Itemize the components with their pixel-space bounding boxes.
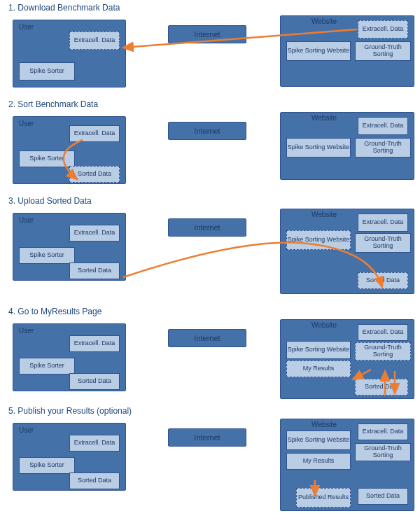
sorted-data: Sorted Data [69, 262, 120, 279]
extracell-data: Extracell. Data [358, 20, 408, 38]
spike-sorter: Spike Sorter [19, 457, 75, 474]
extracell-data: Extracell. Data [358, 424, 408, 440]
website-box: WebsiteExtracell. DataSpike Sorting Webs… [280, 15, 414, 87]
user-box: UserExtracell. DataSpike SorterSorted Da… [13, 213, 126, 281]
extracell-data: Extracell. Data [69, 225, 120, 241]
extracell-data: Extracell. Data [69, 335, 120, 352]
user-label: User [19, 327, 34, 335]
internet-box: Internet [168, 218, 246, 237]
ground-truth-sorting: Ground-Truth Sorting [355, 138, 411, 158]
extracell-data: Extracell. Data [69, 435, 120, 451]
user-box: UserExtracell. DataSpike SorterSorted Da… [13, 423, 126, 491]
internet-label: Internet [194, 127, 220, 135]
user-box: UserExtracell. DataSpike Sorter [13, 20, 126, 88]
sorted-data: Sorted Data [69, 472, 120, 489]
spike-sorting-website: Spike Sorting Website [286, 341, 351, 359]
spike-sorter: Spike Sorter [19, 150, 75, 167]
internet-box: Internet [168, 122, 246, 140]
website-box: WebsiteExtracell. DataSpike Sorting Webs… [280, 112, 414, 180]
ground-truth-sorting: Ground-Truth Sorting [355, 443, 411, 461]
sorted-data: Sorted Data [69, 166, 120, 183]
extracell-data: Extracell. Data [358, 214, 408, 232]
user-label: User [19, 216, 34, 224]
spike-sorter: Spike Sorter [19, 247, 75, 264]
internet-label: Internet [194, 223, 220, 232]
website-label: Website [312, 114, 337, 122]
internet-label: Internet [194, 334, 220, 342]
spike-sorter: Spike Sorter [19, 62, 75, 80]
spike-sorting-website: Spike Sorting Website [286, 138, 351, 158]
step-title: 5. Publish your Results (optional) [8, 406, 413, 416]
website-label: Website [312, 421, 337, 428]
step-title: 3. Upload Sorted Data [8, 196, 413, 206]
my-results: My Results [286, 453, 351, 470]
step-1: 1. Download Benchmark DataUserExtracell.… [7, 3, 413, 87]
step-4: 4. Go to MyResults PageUserExtracell. Da… [7, 307, 413, 394]
ground-truth-sorting: Ground-Truth Sorting [355, 41, 411, 61]
extracell-data: Extracell. Data [69, 31, 120, 50]
internet-box: Internet [168, 329, 246, 347]
sorted-data: Sorted Data [358, 272, 408, 289]
step-3: 3. Upload Sorted DataUserExtracell. Data… [7, 196, 413, 294]
internet-box: Internet [168, 428, 246, 447]
spike-sorting-website: Spike Sorting Website [286, 430, 351, 450]
sorted-data: Sorted Data [355, 379, 408, 396]
website-label: Website [312, 321, 337, 329]
ground-truth-sorting: Ground-Truth Sorting [355, 342, 411, 360]
ground-truth-sorting: Ground-Truth Sorting [355, 233, 411, 253]
website-label: Website [312, 18, 337, 25]
internet-label: Internet [194, 30, 220, 38]
internet-box: Internet [168, 25, 246, 43]
extracell-data: Extracell. Data [358, 117, 408, 135]
step-2: 2. Sort Benchmark DataUserExtracell. Dat… [7, 99, 413, 183]
step-title: 1. Download Benchmark Data [8, 3, 413, 13]
step-title: 2. Sort Benchmark Data [8, 99, 413, 109]
website-box: WebsiteExtracell. DataSpike Sorting Webs… [280, 209, 414, 294]
spike-sorter: Spike Sorter [19, 358, 75, 374]
website-box: WebsiteExtracell. DataSpike Sorting Webs… [280, 419, 414, 511]
website-box: WebsiteExtracell. DataSpike Sorting Webs… [280, 319, 414, 399]
spike-sorting-website: Spike Sorting Website [286, 230, 351, 250]
step-5: 5. Publish your Results (optional)UserEx… [7, 406, 413, 511]
user-label: User [19, 426, 34, 434]
sorted-data: Sorted Data [69, 373, 120, 390]
published-results: Published Results [296, 488, 351, 507]
user-box: UserExtracell. DataSpike SorterSorted Da… [13, 116, 126, 184]
user-label: User [19, 23, 34, 31]
sorted-data: Sorted Data [358, 488, 408, 505]
website-label: Website [312, 211, 337, 218]
step-title: 4. Go to MyResults Page [8, 307, 413, 316]
user-label: User [19, 120, 34, 127]
my-results: My Results [286, 360, 351, 377]
user-box: UserExtracell. DataSpike SorterSorted Da… [13, 323, 126, 391]
extracell-data: Extracell. Data [358, 324, 408, 341]
internet-label: Internet [194, 433, 220, 442]
extracell-data: Extracell. Data [69, 125, 120, 142]
spike-sorting-website: Spike Sorting Website [286, 41, 351, 61]
